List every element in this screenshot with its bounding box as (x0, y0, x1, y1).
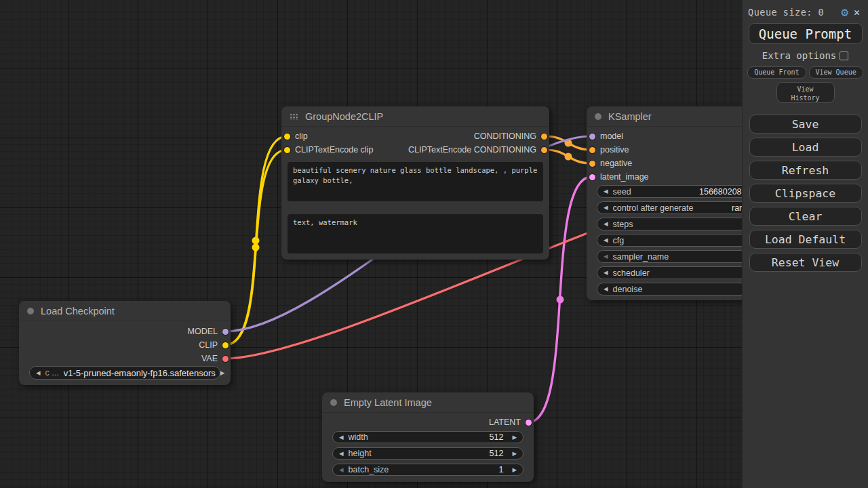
decrement-arrow-icon[interactable]: ◀ (339, 434, 344, 441)
queue-front-button[interactable]: Queue Front (747, 66, 806, 79)
port-dot-clip[interactable] (222, 342, 229, 348)
widget-value: v1-5-pruned-emaonly-fp16.safetensors (64, 368, 216, 378)
decrement-arrow-icon[interactable]: ◀ (604, 270, 608, 276)
collapse-dot-icon[interactable] (595, 113, 601, 120)
save-button[interactable]: Save (749, 115, 862, 134)
widget-label: sampler_name (613, 252, 669, 262)
node-load-checkpoint-header[interactable]: Load Checkpoint (19, 301, 231, 321)
input-port-clip[interactable]: clip (284, 131, 308, 141)
port-dot-conditioning[interactable] (589, 161, 595, 167)
widget-value: 512 (490, 449, 504, 458)
wire-clip-2-middot[interactable] (252, 244, 260, 251)
input-port-model[interactable]: model (589, 131, 623, 141)
port-dot-conditioning[interactable] (589, 147, 595, 153)
increment-arrow-icon[interactable]: ▶ (512, 467, 517, 473)
wire-conditioning-2-middot[interactable] (565, 153, 572, 161)
node-title: Empty Latent Image (344, 397, 432, 408)
wire-latent-middot[interactable] (557, 296, 564, 304)
comfy-menu-panel: Queue size: 0 ⚙ ✕ Queue Prompt Extra opt… (742, 0, 868, 488)
output-port-clip[interactable]: CLIP (199, 340, 229, 350)
output-port-cliptextencode-conditioning[interactable]: CLIPTextEncode CONDITIONING (408, 145, 547, 155)
collapse-dot-icon[interactable] (27, 308, 34, 314)
port-label: model (600, 131, 623, 141)
widget-label: denoise (613, 285, 643, 294)
decrement-arrow-icon[interactable]: ◀ (339, 451, 344, 457)
port-dot-model[interactable] (589, 134, 595, 140)
input-port-positive[interactable]: positive (589, 145, 629, 155)
input-port-negative[interactable]: negative (589, 159, 632, 168)
prev-option-arrow-icon[interactable]: ◀ (36, 370, 41, 376)
port-dot-conditioning[interactable] (541, 134, 547, 140)
widget-label: batch_size (349, 465, 389, 474)
port-label: VAE (201, 354, 218, 363)
port-label: CLIPTextEncode CONDITIONING (408, 145, 536, 155)
port-dot-model[interactable] (222, 329, 229, 335)
refresh-button[interactable]: Refresh (749, 161, 862, 180)
decrement-arrow-icon[interactable]: ◀ (604, 237, 608, 243)
port-label: CONDITIONING (474, 131, 536, 141)
node-title: Load Checkpoint (41, 306, 115, 317)
output-port-latent[interactable]: LATENT (489, 418, 532, 427)
extra-options-label: Extra options (762, 50, 837, 61)
node-groupnode2clip-header[interactable]: GroupNode2CLIP (281, 106, 549, 127)
load-default-button[interactable]: Load Default (749, 230, 862, 249)
view-queue-button[interactable]: View Queue (809, 66, 863, 79)
view-history-line2: History (791, 94, 819, 102)
decrement-arrow-icon[interactable]: ◀ (604, 286, 608, 292)
widget-label: steps (613, 220, 633, 229)
port-label: CLIP (199, 340, 218, 350)
decrement-arrow-icon[interactable]: ◀ (604, 188, 608, 195)
reset-view-button[interactable]: Reset View (749, 253, 862, 272)
output-port-vae[interactable]: VAE (201, 354, 229, 363)
decrement-arrow-icon[interactable]: ◀ (604, 253, 608, 260)
widget-label: width (349, 432, 368, 442)
widget-height[interactable]: ◀ height 512 ▶ (332, 447, 524, 460)
positive-prompt-textarea[interactable]: beautiful scenery nature glass bottle la… (288, 162, 543, 201)
widget-ckpt-name[interactable]: ◀ c ... v1-5-pruned-emaonly-fp16.safeten… (29, 366, 220, 380)
port-dot-vae[interactable] (222, 356, 229, 362)
node-empty-latent-image[interactable]: Empty Latent Image LATENT ◀ width 512 ▶ … (322, 392, 534, 482)
queue-prompt-button[interactable]: Queue Prompt (749, 23, 863, 44)
clipspace-button[interactable]: Clipspace (749, 184, 862, 203)
port-dot-clip[interactable] (284, 147, 290, 153)
increment-arrow-icon[interactable]: ▶ (512, 434, 517, 441)
close-icon[interactable]: ✕ (854, 7, 861, 18)
widget-batch-size[interactable]: ◀ batch_size 1 ▶ (332, 464, 524, 476)
port-dot-latent[interactable] (526, 420, 532, 426)
port-label: MODEL (188, 327, 218, 336)
extra-options-checkbox[interactable] (840, 52, 848, 60)
port-dot-conditioning[interactable] (541, 147, 547, 153)
view-history-button[interactable]: ViewHistory (776, 82, 835, 103)
queue-size-label: Queue size: 0 (748, 7, 835, 18)
node-title: GroupNode2CLIP (305, 111, 383, 122)
port-label: latent_image (600, 172, 649, 182)
port-dot-clip[interactable] (284, 134, 290, 140)
node-groupnode2clip[interactable]: GroupNode2CLIP clip CLIPTextEncode clip … (281, 106, 549, 260)
widget-label: cfg (613, 236, 625, 245)
widget-label: c ... (45, 368, 59, 378)
wire-clip-1-middot[interactable] (252, 237, 260, 245)
node-empty-latent-header[interactable]: Empty Latent Image (322, 392, 534, 413)
decrement-arrow-icon[interactable]: ◀ (604, 221, 608, 227)
widget-width[interactable]: ◀ width 512 ▶ (332, 431, 524, 443)
node-load-checkpoint[interactable]: Load Checkpoint MODEL CLIP VAE ◀ c ... v… (19, 301, 231, 385)
output-port-model[interactable]: MODEL (188, 327, 229, 336)
decrement-arrow-icon[interactable]: ◀ (339, 467, 344, 473)
widget-value: 1 (499, 465, 504, 474)
load-button[interactable]: Load (749, 138, 862, 157)
port-label: positive (600, 145, 629, 155)
settings-gear-icon[interactable]: ⚙ (841, 6, 848, 18)
clear-button[interactable]: Clear (749, 207, 862, 226)
collapse-dot-icon[interactable] (330, 399, 337, 406)
port-label: negative (600, 159, 632, 168)
widget-value: 1566802087 (699, 187, 747, 197)
input-port-cliptextencode-clip[interactable]: CLIPTextEncode clip (284, 145, 373, 155)
next-option-arrow-icon[interactable]: ▶ (220, 370, 225, 376)
port-dot-latent[interactable] (589, 174, 595, 180)
output-port-conditioning[interactable]: CONDITIONING (474, 131, 547, 141)
input-port-latent-image[interactable]: latent_image (589, 172, 649, 182)
negative-prompt-textarea[interactable]: text, watermark (288, 214, 543, 253)
increment-arrow-icon[interactable]: ▶ (512, 451, 517, 457)
decrement-arrow-icon[interactable]: ◀ (604, 205, 608, 211)
widget-value: 512 (490, 432, 504, 442)
